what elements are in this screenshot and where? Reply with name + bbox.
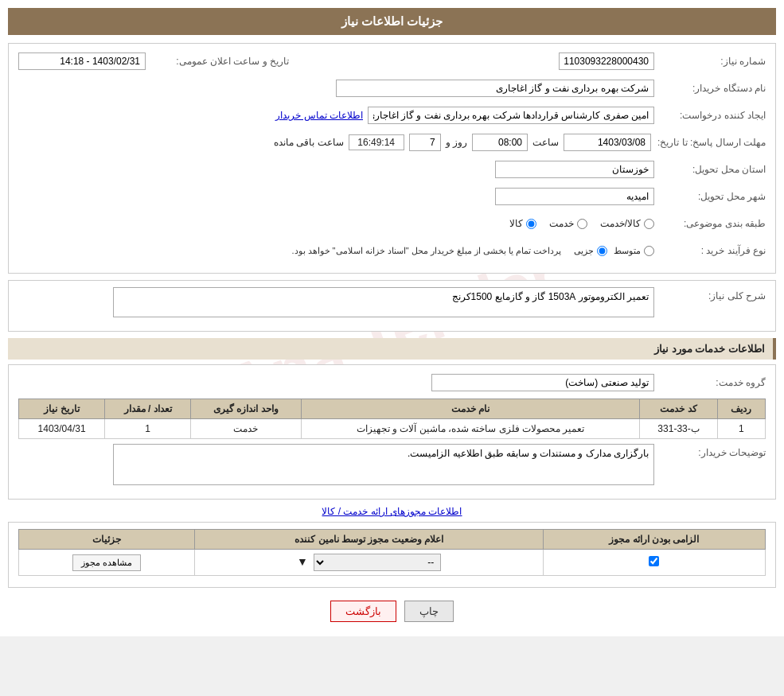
services-table-header-row: ردیف کد خدمت نام خدمت واحد اندازه گیری ت… bbox=[19, 399, 766, 419]
radio-motevaset-input[interactable] bbox=[644, 246, 654, 256]
mohlat-saat-input[interactable] bbox=[472, 134, 528, 151]
row-ostan: استان محل تحویل: bbox=[18, 158, 766, 181]
ijad-konande-row: اطلاعات تماس خریدار bbox=[18, 107, 654, 124]
nam-dastgah-label: نام دستگاه خریدار: bbox=[654, 83, 766, 94]
col-joziyat: جزئیات bbox=[19, 530, 195, 550]
row-tabaqe: طبقه بندی موضوعی: کالا/خدمت خدمت کالا bbox=[18, 212, 766, 235]
cell-kod: ب-33-331 bbox=[640, 419, 717, 439]
nam-dastgah-value bbox=[18, 80, 654, 97]
ijad-konande-input[interactable] bbox=[368, 107, 654, 124]
view-mojoz-button[interactable]: مشاهده مجوز bbox=[72, 554, 141, 571]
ostan-input[interactable] bbox=[495, 161, 654, 178]
row-shahr: شهر محل تحویل: bbox=[18, 185, 766, 208]
mojoz-link-row: اطلاعات مجوزهای ارائه خدمت / کالا bbox=[8, 506, 776, 517]
elzami-checkbox[interactable] bbox=[649, 556, 659, 566]
elzami-cell bbox=[543, 550, 765, 576]
radio-kala-input[interactable] bbox=[526, 219, 536, 229]
buyer-notes-textarea[interactable] bbox=[113, 444, 654, 485]
grohe-khadamat-input[interactable] bbox=[431, 374, 654, 391]
row-mohlat: مهلت ارسال پاسخ: تا تاریخ: ساعت روز و 16… bbox=[18, 131, 766, 154]
sharh-section: شرح کلی نیاز: bbox=[8, 280, 776, 332]
radio-kala: کالا bbox=[509, 218, 536, 229]
radio-khadamat: خدمت bbox=[549, 218, 587, 229]
timer-box: 16:49:14 bbox=[349, 134, 404, 150]
col-elzami: الزامی بودن ارائه مجوز bbox=[543, 530, 765, 550]
radio-jozii: جزیی bbox=[574, 246, 607, 256]
ostan-value bbox=[18, 161, 654, 178]
sharh-label: شرح کلی نیاز: bbox=[654, 287, 766, 301]
cell-radif: 1 bbox=[717, 419, 765, 439]
ostan-label: استان محل تحویل: bbox=[654, 164, 766, 175]
dropdown-arrow: ▼ bbox=[297, 555, 308, 568]
back-button[interactable]: بازگشت bbox=[330, 601, 396, 622]
radio-jozii-input[interactable] bbox=[597, 246, 607, 256]
col-vahed: واحد اندازه گیری bbox=[191, 399, 301, 419]
mojoz-table: الزامی بودن ارائه مجوز اعلام وضعیت مجوز … bbox=[18, 529, 766, 576]
tarikh-input[interactable] bbox=[18, 52, 146, 70]
mojoz-header-row: الزامی بودن ارائه مجوز اعلام وضعیت مجوز … bbox=[19, 530, 766, 550]
cell-vahed: خدمت bbox=[191, 419, 301, 439]
nam-dastgah-input[interactable] bbox=[336, 80, 654, 97]
tarikh-value-row bbox=[18, 52, 146, 70]
shomare-niaz-value bbox=[289, 52, 654, 70]
purchase-type-row: متوسط جزیی پرداخت تمام یا بخشی از مبلغ خ… bbox=[291, 246, 654, 256]
grohe-khadamat-label: گروه خدمت: bbox=[654, 377, 766, 388]
mohlat-roz-input[interactable] bbox=[409, 134, 441, 151]
buyer-notes-value bbox=[18, 444, 654, 488]
shomare-niaz-input[interactable] bbox=[559, 52, 654, 70]
main-content: Ana Tender شماره نیاز: تاریخ و ساعت اعلا… bbox=[8, 43, 776, 622]
noe-farayand-label: نوع فرآیند خرید : bbox=[654, 245, 766, 256]
radio-khadamat-input[interactable] bbox=[577, 219, 587, 229]
col-tedad: تعداد / مقدار bbox=[105, 399, 191, 419]
services-section-title: اطلاعات خدمات مورد نیاز bbox=[8, 338, 776, 360]
grohe-khadamat-row: گروه خدمت: bbox=[18, 371, 766, 394]
sharh-row: شرح کلی نیاز: bbox=[18, 287, 766, 320]
page-header: جزئیات اطلاعات نیاز bbox=[8, 8, 776, 35]
remaining-label: ساعت باقی مانده bbox=[274, 137, 344, 148]
main-form-section: شماره نیاز: تاریخ و ساعت اعلان عمومی: نا… bbox=[8, 43, 776, 274]
row-namdastgah: نام دستگاه خریدار: bbox=[18, 77, 766, 99]
row-noefar: نوع فرآیند خرید : متوسط جزیی پرداخت تمام… bbox=[18, 239, 766, 262]
page-title: جزئیات اطلاعات نیاز bbox=[341, 14, 443, 28]
vaziat-select[interactable]: -- bbox=[314, 554, 441, 571]
mohlat-date-input[interactable] bbox=[564, 134, 651, 151]
shahr-input[interactable] bbox=[495, 188, 654, 205]
col-kod: کد خدمت bbox=[640, 399, 717, 419]
tamase-khardar-link[interactable]: اطلاعات تماس خریدار bbox=[275, 110, 363, 121]
mojoz-table-row: -- ▼ مشاهده مجوز bbox=[19, 550, 766, 576]
print-button[interactable]: چاپ bbox=[404, 601, 454, 622]
cell-tarikh: 1403/04/31 bbox=[19, 419, 105, 439]
radio-motevaset: متوسط bbox=[614, 246, 654, 256]
mojoz-table-body: -- ▼ مشاهده مجوز bbox=[19, 550, 766, 576]
farayand-note: پرداخت تمام یا بخشی از مبلغ خریدار محل "… bbox=[291, 246, 561, 256]
sharh-textarea[interactable] bbox=[113, 287, 654, 317]
page-wrapper: جزئیات اطلاعات نیاز Ana Tender شماره نیا… bbox=[0, 0, 784, 636]
saat-label: ساعت bbox=[532, 137, 559, 148]
tabaqe-radio-group: کالا/خدمت خدمت کالا bbox=[509, 218, 654, 229]
buyer-notes-label: توضیحات خریدار: bbox=[654, 444, 766, 458]
mojoz-link[interactable]: اطلاعات مجوزهای ارائه خدمت / کالا bbox=[322, 506, 462, 517]
col-radif: ردیف bbox=[717, 399, 765, 419]
mojoz-section: الزامی بودن ارائه مجوز اعلام وضعیت مجوز … bbox=[8, 522, 776, 588]
mojoz-table-head: الزامی بودن ارائه مجوز اعلام وضعیت مجوز … bbox=[19, 530, 766, 550]
row-ijad-konande: ایجاد کننده درخواست: اطلاعات تماس خریدار bbox=[18, 104, 766, 126]
mohlat-row: ساعت روز و 16:49:14 ساعت باقی مانده bbox=[18, 134, 651, 151]
row-shomare-tarikh: شماره نیاز: تاریخ و ساعت اعلان عمومی: bbox=[18, 50, 766, 72]
buyer-notes-row: توضیحات خریدار: bbox=[18, 444, 766, 488]
services-table-head: ردیف کد خدمت نام خدمت واحد اندازه گیری ت… bbox=[19, 399, 766, 419]
shomare-niaz-label: شماره نیاز: bbox=[654, 56, 766, 67]
radio-jozii-label: جزیی bbox=[574, 246, 594, 256]
col-nam: نام خدمت bbox=[301, 399, 640, 419]
col-vaziat: اعلام وضعیت مجوز توسط نامین کننده bbox=[195, 530, 543, 550]
radio-kala-khadamat: کالا/خدمت bbox=[600, 218, 654, 229]
grohe-khadamat-value bbox=[18, 374, 654, 391]
radio-motevaset-label: متوسط bbox=[614, 246, 641, 256]
shahr-label: شهر محل تحویل: bbox=[654, 191, 766, 202]
mohlat-label: مهلت ارسال پاسخ: تا تاریخ: bbox=[651, 137, 766, 148]
radio-kala-khadamat-input[interactable] bbox=[644, 219, 654, 229]
radio-kala-khadamat-label: کالا/خدمت bbox=[600, 218, 641, 229]
shahr-value bbox=[18, 188, 654, 205]
tarikh-label: تاریخ و ساعت اعلان عمومی: bbox=[146, 56, 289, 67]
col-tarikh: تاریخ نیاز bbox=[19, 399, 105, 419]
ijad-konande-label: ایجاد کننده درخواست: bbox=[654, 110, 766, 121]
